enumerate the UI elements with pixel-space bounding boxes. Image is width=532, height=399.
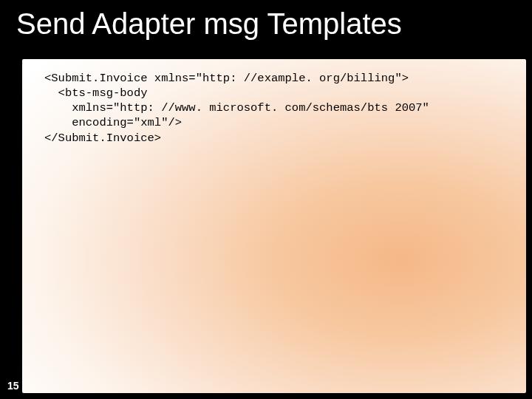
code-line-1: <Submit.Invoice xmlns="http: //example. … <box>44 72 409 85</box>
code-line-4: encoding="xml"/> <box>44 116 182 129</box>
slide-container: Send Adapter msg Templates <Submit.Invoi… <box>0 0 532 399</box>
code-line-2: <bts-msg-body <box>44 86 148 100</box>
slide-title: Send Adapter msg Templates <box>16 7 402 41</box>
code-line-3: xmlns="http: //www. microsoft. com/schem… <box>44 101 429 115</box>
code-block: <Submit.Invoice xmlns="http: //example. … <box>44 71 504 146</box>
page-number: 15 <box>7 380 19 392</box>
content-area: <Submit.Invoice xmlns="http: //example. … <box>22 59 526 393</box>
code-line-5: </Submit.Invoice> <box>44 132 161 145</box>
